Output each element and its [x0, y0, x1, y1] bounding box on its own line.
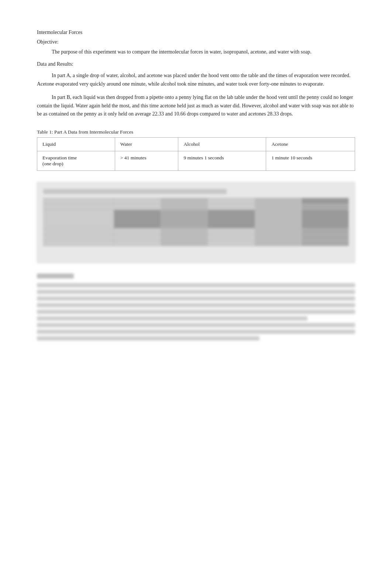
data-results-heading: Data and Results:	[37, 61, 355, 67]
table-row: Evaporation time(one drop) > 41 minutes …	[37, 151, 355, 171]
table1-caption: Table 1: Part A Data from Intermolecular…	[37, 129, 355, 135]
cell-evaporation-label: Evaporation time(one drop)	[37, 151, 115, 171]
col-water: Water	[115, 138, 178, 151]
paragraph-a: In part A, a single drop of water, alcoh…	[37, 72, 355, 88]
cell-water-evap: > 41 minutes	[115, 151, 178, 171]
cell-acetone-evap: 1 minute 10 seconds	[266, 151, 355, 171]
objective-paragraph: The purpose of this experiment was to co…	[37, 48, 355, 56]
table-header-row: Liquid Water Alcohol Acetone	[37, 138, 355, 151]
document-title: Intermolecular Forces	[37, 30, 355, 35]
cell-alcohol-evap: 9 minutes 1 seconds	[178, 151, 266, 171]
col-alcohol: Alcohol	[178, 138, 266, 151]
table1: Liquid Water Alcohol Acetone Evaporation…	[37, 137, 355, 171]
objective-heading: Objective:	[37, 39, 355, 45]
col-liquid: Liquid	[37, 138, 115, 151]
table2-blurred-section	[37, 182, 355, 263]
conclusion-blurred-section	[37, 273, 355, 341]
col-acetone: Acetone	[266, 138, 355, 151]
paragraph-b: In part B, each liquid was then dropped …	[37, 93, 355, 118]
